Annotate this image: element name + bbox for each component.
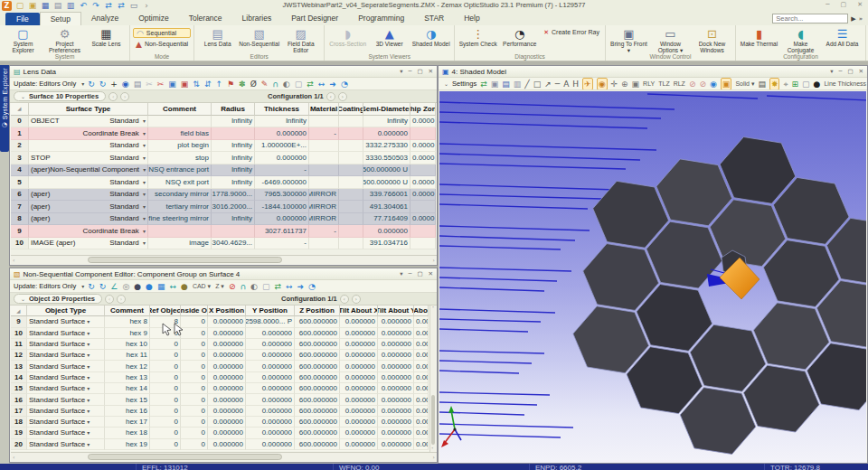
make-thermal-button[interactable]: ▮Make Thermal [739,26,779,47]
cell-comment[interactable]: hex 16 [105,406,150,417]
solid-mode-icon[interactable]: Solid ▾ [735,79,754,89]
close-icon[interactable]: ✕ [429,68,433,75]
lens-header-corner[interactable]: ◢ [11,103,29,116]
non-sequential-editor-button[interactable]: ▧Non-Sequential [239,26,279,47]
menu-tab-programming[interactable]: Programming [348,12,414,25]
sun-light-icon[interactable]: ✸ [769,78,780,90]
cell-tilt-about-y[interactable]: 0.000000 [378,328,414,339]
cell-tilt-about-y[interactable]: 0.000000 [378,428,414,438]
cell-y-position[interactable]: 0.000000 [246,383,295,394]
cell-comment[interactable]: hex 14 [105,383,150,394]
camera-fly-icon[interactable]: ✈ [582,78,593,90]
cell-comment[interactable]: hex 8 [105,316,150,327]
surface-type-dropdown[interactable]: Standard ▾ [109,154,146,162]
no-export-icon[interactable]: ⊘ [229,281,236,292]
row-number[interactable]: 13 [11,361,27,371]
cell-z-position[interactable]: 600.000000 [295,328,340,339]
cell-object-type[interactable]: Standard Surface ▾ [27,439,105,450]
cell-object-type[interactable]: Standard Surface ▾ [27,328,105,339]
save-plot-icon[interactable]: ▤ [502,79,510,89]
cell-surface-type[interactable]: (aper)Non-Sequential Component ▾ [29,164,148,177]
window-menu-icon[interactable]: ▾ [400,68,402,75]
cell-ref-object[interactable]: 0 [150,394,181,405]
cell-z-position[interactable]: 600.000000 [295,394,340,405]
cell-semi-diameter[interactable]: 0.000000 [363,127,410,140]
line-thickness-icon[interactable]: Line Thickness ▾ [824,79,867,89]
cell-tilt-about-x[interactable]: 0.000000 [340,417,378,428]
rotate-ccw-disabled-icon[interactable]: ⊘ [689,79,696,89]
cell-comment[interactable] [148,116,212,128]
scroll-up-icon[interactable]: ˄ [432,306,435,311]
cell-chip-zone[interactable]: 0.0000 [410,189,436,202]
cell-material[interactable] [309,238,339,250]
row-number[interactable]: 17 [11,406,27,417]
dark-background-icon[interactable]: ● [814,79,821,89]
row-number[interactable]: 1 [11,127,29,140]
lens-header-Material[interactable]: Material [309,103,339,116]
cell-tilt-about-y[interactable]: 0.000000 [378,406,414,417]
cell-semi-diameter[interactable]: 0.000000 [363,225,410,238]
row-number[interactable]: 16 [11,394,27,405]
cell-coating[interactable] [339,189,363,202]
cell-ref-object[interactable]: 0 [150,428,181,438]
menu-tab-tolerance[interactable]: Tolerance [179,12,232,25]
next-config-button[interactable]: › [352,295,361,304]
cell-thickness[interactable]: 0.000000 [255,152,309,164]
row-number[interactable]: 5 [11,176,29,189]
cell-x-position[interactable]: 0.000000 [208,339,246,350]
cell-y-position[interactable]: -2598.0000... P [246,316,295,327]
cell-z-position[interactable]: 600.000000 [295,316,340,327]
cell-surface-type[interactable]: (aper)Standard ▾ [29,201,148,213]
scroll-left-icon[interactable]: ‹ [11,257,16,263]
cell-chip-zone[interactable] [410,127,436,140]
copy-cells-icon[interactable]: ▣ [168,79,176,89]
surface-type-dropdown[interactable]: Standard ▾ [109,214,146,222]
measure-angle-icon[interactable]: ∠ [110,281,118,292]
cell-ref-object[interactable]: 0 [150,439,181,450]
cell-inside-of[interactable]: 0 [181,383,208,394]
cell-comment[interactable]: hex 9 [105,328,150,339]
cell-semi-diameter[interactable]: 3500.000000 U [363,176,410,189]
nsc-vscroll-thumb[interactable] [431,395,435,445]
cell-comment[interactable]: fine steering mirror [148,213,212,226]
cell-radius[interactable]: Infinity [212,140,255,153]
cell-ref-object[interactable]: 0 [150,383,181,394]
cell-tilt-about-x[interactable]: 0.000000 [340,361,378,371]
row-number[interactable]: 11 [11,339,27,350]
cell-radius[interactable]: -3016.2000... [212,201,255,213]
cell-ref-object[interactable]: 0 [150,417,181,428]
cell-chip-zone[interactable]: 0.0000 [410,116,436,128]
row-number[interactable]: 8 [11,213,29,226]
chevron-down-icon[interactable]: ▾ [81,283,84,289]
cell-tilt-about-x[interactable]: 0.000000 [340,372,378,383]
row-number[interactable]: 0 [11,116,29,128]
cell-object-type[interactable]: Standard Surface ▾ [27,417,105,428]
minimize-icon[interactable]: ─ [838,68,842,75]
nsc-header-X Position[interactable]: X Position [208,306,246,316]
system-check-button[interactable]: ⋮System Check [458,26,498,47]
cell-coating[interactable] [339,213,363,226]
menu-tab-star[interactable]: STAR [414,12,454,25]
rotate-cw-disabled-icon[interactable]: ⊘ [699,79,706,89]
cell-x-position[interactable]: 0.000000 [208,383,246,394]
cell-thickness[interactable]: -6469.000000 [255,176,309,189]
paste-cells-icon[interactable]: ▣ [181,79,189,89]
cell-chip-zone[interactable]: 0.0000 [410,176,436,189]
window-options-button[interactable]: ▭Window Options ▾ [650,26,691,53]
cell-material[interactable] [309,164,339,177]
lens-data-titlebar[interactable]: ▤ Lens Data ▾ ─ ▢ ✕ [10,66,437,78]
nsc-header-Ref Object[interactable]: Ref Object [150,306,181,316]
row-number[interactable]: 10 [11,328,27,339]
cell-z-position[interactable]: 600.000000 [295,350,340,361]
cell-comment[interactable]: NSQ exit port [148,176,212,189]
cell-surface-type[interactable]: OBJECTStandard ▾ [29,116,148,128]
row-number[interactable]: 2 [11,140,29,153]
next-config-button[interactable]: › [338,92,347,101]
cell-coating[interactable] [339,164,363,177]
dock-new-windows-button[interactable]: ⊡Dock New Windows [692,26,732,53]
cell-chip-zone[interactable] [410,225,436,238]
cell-surface-type[interactable]: Coordinate Break ▾ [29,127,148,140]
restore-icon[interactable]: ▢ [417,68,422,75]
lens-hscrollbar[interactable]: ‹ › [11,255,437,264]
cell-y-position[interactable]: 0.000000 [246,394,295,405]
